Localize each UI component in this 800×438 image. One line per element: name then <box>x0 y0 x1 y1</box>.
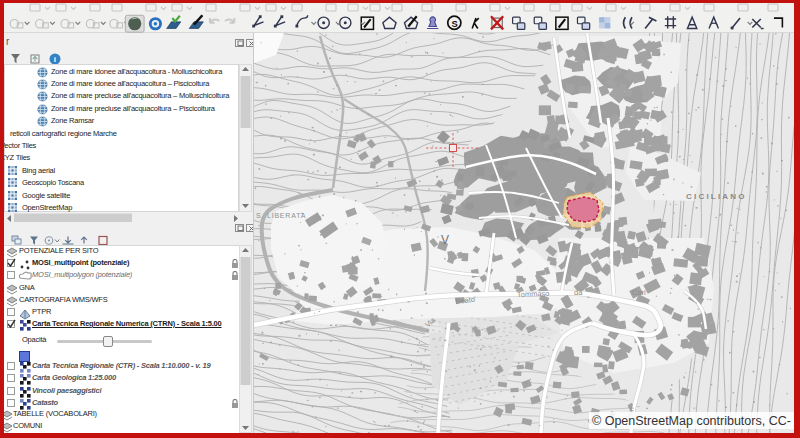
svg-text:CICILIANO: CICILIANO <box>686 192 747 201</box>
svg-text:© OpenStreetMap contributors,: © OpenStreetMap contributors, CC- <box>592 414 791 428</box>
svg-text:da: da <box>574 288 583 297</box>
svg-text:Cori: Cori <box>632 288 646 297</box>
svg-text:i: i <box>54 55 56 64</box>
svg-text:S. LIBERATA: S. LIBERATA <box>256 212 306 219</box>
svg-text:S: S <box>452 18 458 29</box>
svg-text:Tommaso: Tommaso <box>517 289 550 299</box>
svg-text:V: V <box>441 233 449 247</box>
